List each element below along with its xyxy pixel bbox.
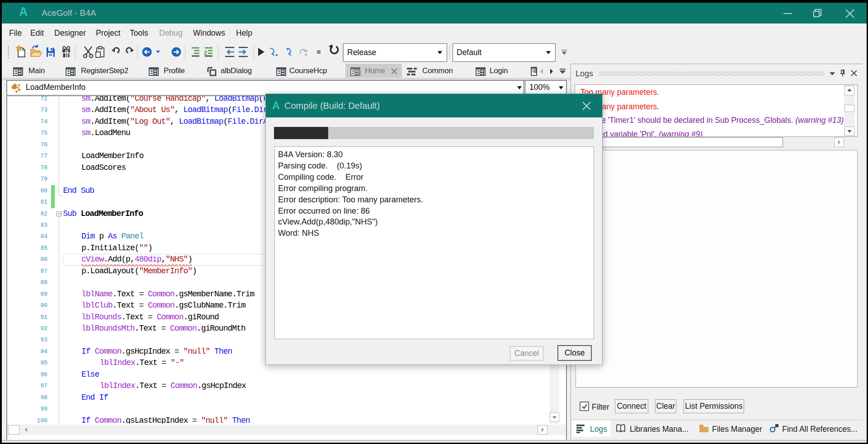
svg-text:2: 2 — [204, 49, 207, 56]
